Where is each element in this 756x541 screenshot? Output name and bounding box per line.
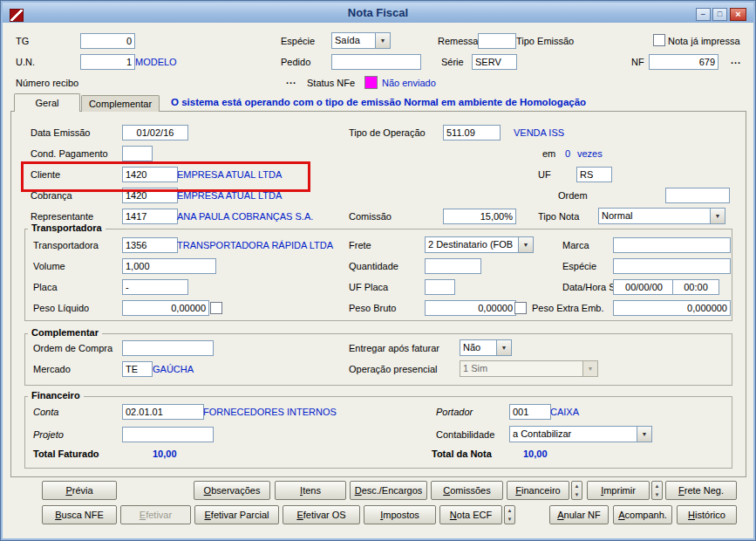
remessa-label: Remessa bbox=[438, 36, 478, 46]
financeiro-scroll-control[interactable]: ▲ ▼ bbox=[571, 481, 582, 500]
mercado-input[interactable]: TE bbox=[122, 361, 153, 377]
comissao-input[interactable]: 15,00% bbox=[443, 209, 516, 224]
pedido-input[interactable] bbox=[331, 54, 421, 70]
tipo-nota-select[interactable]: Normal ▼ bbox=[598, 208, 725, 224]
transportadora-input[interactable]: 1356 bbox=[122, 237, 178, 253]
tab-geral[interactable]: Geral bbox=[14, 93, 80, 112]
serie-input[interactable]: SERV bbox=[472, 54, 517, 70]
financeiro-button[interactable]: Financeiro bbox=[507, 481, 569, 500]
nota-ecf-button[interactable]: Nota ECF bbox=[439, 505, 502, 524]
especie-select[interactable]: Saída ▼ bbox=[331, 32, 391, 49]
data-emissao-input[interactable]: 01/02/16 bbox=[122, 125, 188, 140]
historico-button[interactable]: Histórico bbox=[677, 505, 737, 524]
chevron-down-icon[interactable]: ▼ bbox=[375, 33, 390, 48]
projeto-input[interactable] bbox=[122, 427, 214, 442]
peso-liquido-checkbox[interactable] bbox=[210, 302, 222, 314]
imprimir-scroll-control[interactable]: ▲ ▼ bbox=[651, 481, 663, 500]
chevron-down-icon[interactable]: ▼ bbox=[496, 340, 511, 355]
spin-down-icon[interactable]: ▼ bbox=[507, 517, 513, 522]
efetivar-parcial-button[interactable]: Efetivar Parcial bbox=[194, 505, 279, 524]
cond-pagamento-input[interactable] bbox=[122, 146, 153, 161]
marca-label: Marca bbox=[562, 240, 589, 250]
representante-input[interactable]: 1417 bbox=[122, 209, 178, 224]
peso-extra-input[interactable]: 0,000000 bbox=[613, 300, 731, 316]
tg-input[interactable]: 0 bbox=[80, 33, 135, 49]
status-nfe-label: Status NFe bbox=[307, 78, 355, 88]
acompanh-button[interactable]: Acompanh. bbox=[613, 505, 672, 524]
cliente-label: Cliente bbox=[31, 169, 60, 180]
spin-down-icon[interactable]: ▼ bbox=[575, 492, 580, 497]
conta-input[interactable]: 02.01.01 bbox=[122, 404, 204, 420]
nf-more-button[interactable]: ... bbox=[731, 55, 741, 65]
especie-transp-input[interactable] bbox=[613, 258, 731, 274]
itens-button[interactable]: Itens bbox=[275, 481, 346, 500]
quantidade-input[interactable] bbox=[425, 258, 481, 274]
marca-input[interactable] bbox=[613, 237, 731, 253]
transportadora-desc: TRANSPORTADORA RÁPIDA LTDA bbox=[177, 240, 333, 250]
volume-input[interactable]: 1,000 bbox=[122, 258, 216, 274]
title-bar[interactable]: Nota Fiscal − □ × bbox=[3, 3, 753, 23]
frete-value: 2 Destinatario (FOB bbox=[428, 237, 518, 252]
ordem-compra-input[interactable] bbox=[122, 340, 214, 356]
uf-input[interactable]: RS bbox=[576, 167, 612, 182]
close-icon[interactable]: × bbox=[730, 8, 746, 21]
peso-bruto-input[interactable]: 0,00000 bbox=[425, 300, 516, 316]
comissoes-button[interactable]: Comissões bbox=[431, 481, 503, 500]
tipo-operacao-label: Tipo de Operação bbox=[349, 127, 426, 138]
spin-up-icon[interactable]: ▲ bbox=[655, 483, 660, 489]
chevron-down-icon[interactable]: ▼ bbox=[518, 237, 533, 252]
previa-button[interactable]: Prévia bbox=[42, 481, 117, 500]
tab-complementar[interactable]: Complementar bbox=[81, 95, 160, 112]
operacao-presencial-select: 1 Sim ▼ bbox=[460, 360, 598, 377]
portador-input[interactable]: 001 bbox=[509, 404, 551, 420]
contabilidade-select[interactable]: a Contabilizar ▼ bbox=[509, 426, 652, 442]
window-title: Nota Fiscal bbox=[3, 6, 753, 19]
peso-liquido-input[interactable]: 0,00000 bbox=[122, 300, 209, 316]
frete-neg-button[interactable]: Frete Neg. bbox=[665, 481, 737, 500]
entregar-apos-faturar-select[interactable]: Não ▼ bbox=[460, 339, 512, 356]
hora-saida-input[interactable]: 00:00 bbox=[672, 279, 719, 295]
spin-up-icon[interactable]: ▲ bbox=[507, 508, 513, 513]
un-input[interactable]: 1 bbox=[80, 54, 135, 70]
placa-input[interactable]: - bbox=[122, 279, 188, 295]
busca-nfe-button[interactable]: Busca NFE bbox=[42, 505, 117, 524]
observacoes-button[interactable]: Observações bbox=[194, 481, 270, 500]
data-saida-input[interactable]: 00/00/00 bbox=[613, 279, 675, 295]
total-faturado-label: Total Faturado bbox=[33, 449, 99, 459]
environment-message: O sistema está operando com o tipo de em… bbox=[171, 97, 586, 107]
cond-pagamento-label: Cond. Pagamento bbox=[31, 148, 108, 159]
contabilidade-value: a Contabilizar bbox=[513, 427, 637, 442]
uf-placa-label: UF Placa bbox=[349, 282, 388, 292]
nota-ja-impressa-checkbox[interactable] bbox=[653, 34, 665, 46]
nf-label: NF bbox=[631, 57, 644, 67]
spin-down-icon[interactable]: ▼ bbox=[655, 492, 660, 497]
efetivar-os-button[interactable]: Efetivar OS bbox=[283, 505, 360, 524]
data-emissao-label: Data Emissão bbox=[31, 127, 90, 138]
desc-encargos-button[interactable]: Desc./Encargos bbox=[350, 481, 427, 500]
uf-placa-input[interactable] bbox=[425, 279, 455, 295]
chevron-down-icon[interactable]: ▼ bbox=[637, 427, 651, 442]
frete-select[interactable]: 2 Destinatario (FOB ▼ bbox=[425, 236, 534, 253]
tipo-nota-value: Normal bbox=[602, 209, 710, 223]
cliente-input[interactable]: 1420 bbox=[122, 167, 178, 182]
recibo-more-button[interactable]: ... bbox=[286, 75, 296, 86]
imprimir-button[interactable]: Imprimir bbox=[587, 481, 650, 500]
placa-label: Placa bbox=[33, 282, 58, 292]
nf-input[interactable]: 679 bbox=[649, 54, 719, 70]
maximize-icon[interactable]: □ bbox=[712, 8, 727, 21]
tipo-operacao-input[interactable]: 511.09 bbox=[443, 125, 501, 140]
chevron-down-icon[interactable]: ▼ bbox=[710, 209, 725, 223]
cobranca-input[interactable]: 1420 bbox=[122, 188, 178, 203]
impostos-button[interactable]: Impostos bbox=[364, 505, 436, 524]
chevron-down-icon: ▼ bbox=[582, 361, 597, 376]
spin-up-icon[interactable]: ▲ bbox=[575, 483, 580, 489]
remessa-input[interactable] bbox=[478, 33, 516, 49]
minimize-icon[interactable]: − bbox=[696, 8, 711, 21]
ordem-input[interactable] bbox=[665, 188, 730, 203]
especie-transp-label: Espécie bbox=[562, 261, 596, 271]
numero-recibo-label: Número recibo bbox=[16, 78, 78, 88]
nota-ecf-scroll-control[interactable]: ▲ ▼ bbox=[504, 505, 515, 524]
peso-bruto-checkbox[interactable] bbox=[514, 302, 527, 314]
entregar-value: Não bbox=[463, 340, 496, 355]
anular-nf-button[interactable]: Anular NF bbox=[549, 505, 609, 524]
